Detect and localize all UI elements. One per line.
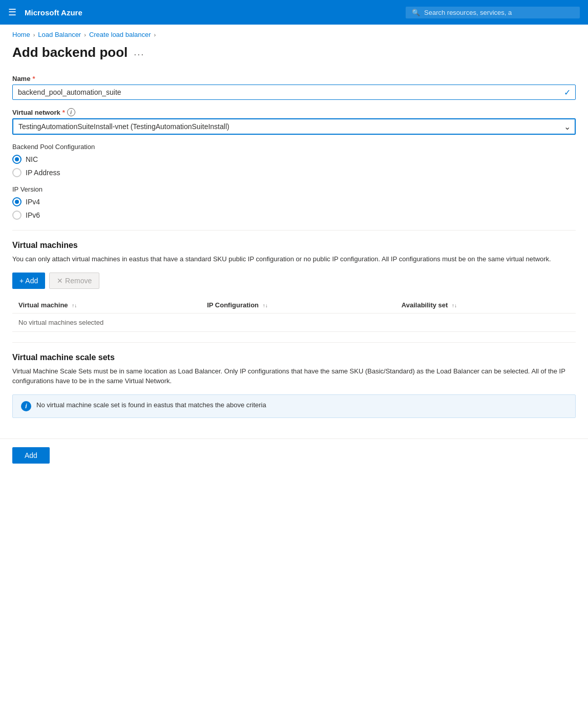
ip-version-label: IP Version xyxy=(12,185,576,193)
ip-address-radio-option[interactable]: IP Address xyxy=(12,168,576,177)
scale-sets-description: Virtual Machine Scale Sets must be in sa… xyxy=(12,366,576,386)
ip-address-radio-label: IP Address xyxy=(26,169,60,177)
virtual-network-section: Virtual network * i TestingAutomationSui… xyxy=(12,108,576,135)
search-icon: 🔍 xyxy=(412,9,420,16)
divider-1 xyxy=(12,230,576,231)
vnet-required-star: * xyxy=(62,109,65,116)
scale-sets-info-box: i No virtual machine scale set is found … xyxy=(12,394,576,418)
top-navigation: ☰ Microsoft Azure 🔍 Search resources, se… xyxy=(0,0,588,25)
breadcrumb-create-load-balancer[interactable]: Create load balancer xyxy=(89,31,151,38)
add-vm-button[interactable]: + Add xyxy=(12,273,45,289)
page-content: Add backend pool ... Name * ✓ Virtual ne… xyxy=(0,40,588,438)
ipv6-radio-button[interactable] xyxy=(12,211,22,220)
scale-sets-section: Virtual machine scale sets Virtual Machi… xyxy=(12,353,576,418)
virtual-machines-description: You can only attach virtual machines in … xyxy=(12,254,576,264)
ipv4-radio-label: IPv4 xyxy=(26,198,40,206)
bottom-bar: Add xyxy=(0,438,588,472)
vm-col-availability-set[interactable]: Availability set ↑↓ xyxy=(395,297,576,313)
divider-2 xyxy=(12,342,576,343)
ipv4-radio-option[interactable]: IPv4 xyxy=(12,197,576,206)
name-check-icon: ✓ xyxy=(564,88,571,97)
ipv4-radio-button[interactable] xyxy=(12,197,22,206)
hamburger-icon[interactable]: ☰ xyxy=(8,7,16,18)
breadcrumb: Home › Load Balancer › Create load balan… xyxy=(0,25,588,40)
vm-table-header: Virtual machine ↑↓ IP Configuration ↑↓ A… xyxy=(12,297,576,313)
breadcrumb-sep-3: › xyxy=(154,32,156,38)
brand-name: Microsoft Azure xyxy=(25,8,397,17)
ip-address-radio-button[interactable] xyxy=(12,168,22,177)
scale-sets-info-text: No virtual machine scale set is found in… xyxy=(36,401,266,409)
virtual-machines-title: Virtual machines xyxy=(12,241,576,250)
name-label: Name * xyxy=(12,75,576,82)
nic-radio-option[interactable]: NIC xyxy=(12,155,576,164)
breadcrumb-home[interactable]: Home xyxy=(12,31,30,38)
name-field-section: Name * ✓ xyxy=(12,75,576,100)
virtual-network-label: Virtual network * i xyxy=(12,108,576,116)
vm-action-bar: + Add ✕ Remove xyxy=(12,273,576,289)
breadcrumb-sep-2: › xyxy=(84,32,86,38)
page-ellipsis[interactable]: ... xyxy=(134,47,144,58)
search-placeholder: Search resources, services, a xyxy=(424,9,512,16)
vnet-info-icon[interactable]: i xyxy=(67,108,75,116)
vm-sort-icon: ↑↓ xyxy=(72,303,77,308)
ip-sort-icon: ↑↓ xyxy=(263,303,268,308)
nic-radio-button[interactable] xyxy=(12,155,22,164)
page-header: Add backend pool ... xyxy=(12,45,576,60)
breadcrumb-sep-1: › xyxy=(33,32,35,38)
remove-vm-button: ✕ Remove xyxy=(49,273,99,289)
nic-radio-label: NIC xyxy=(26,155,38,163)
ipv6-radio-label: IPv6 xyxy=(26,211,40,219)
virtual-network-select[interactable]: TestingAutomationSuiteInstall-vnet (Test… xyxy=(12,118,576,135)
virtual-machines-section: Virtual machines You can only attach vir… xyxy=(12,241,576,332)
vm-col-ip-configuration[interactable]: IP Configuration ↑↓ xyxy=(201,297,395,313)
page-title: Add backend pool xyxy=(12,45,128,60)
name-required-star: * xyxy=(32,75,35,82)
backend-pool-config-section: Backend Pool Configuration NIC IP Addres… xyxy=(12,143,576,177)
search-box[interactable]: 🔍 Search resources, services, a xyxy=(406,7,580,18)
name-input-wrapper: ✓ xyxy=(12,85,576,100)
virtual-network-select-wrapper: TestingAutomationSuiteInstall-vnet (Test… xyxy=(12,118,576,135)
scale-sets-title: Virtual machine scale sets xyxy=(12,353,576,362)
breadcrumb-load-balancer[interactable]: Load Balancer xyxy=(38,31,81,38)
scale-sets-info-icon: i xyxy=(21,401,31,411)
ipv6-radio-option[interactable]: IPv6 xyxy=(12,211,576,220)
vm-col-virtual-machine[interactable]: Virtual machine ↑↓ xyxy=(12,297,201,313)
avail-sort-icon: ↑↓ xyxy=(452,303,457,308)
vm-empty-text: No virtual machines selected xyxy=(12,313,576,331)
name-input[interactable] xyxy=(12,85,576,100)
vm-table-header-row: Virtual machine ↑↓ IP Configuration ↑↓ A… xyxy=(12,297,576,313)
ip-version-section: IP Version IPv4 IPv6 xyxy=(12,185,576,220)
virtual-machines-table: Virtual machine ↑↓ IP Configuration ↑↓ A… xyxy=(12,297,576,332)
vm-empty-row: No virtual machines selected xyxy=(12,313,576,331)
bottom-add-button[interactable]: Add xyxy=(12,447,50,464)
backend-pool-config-label: Backend Pool Configuration xyxy=(12,143,576,151)
vm-table-body: No virtual machines selected xyxy=(12,313,576,331)
